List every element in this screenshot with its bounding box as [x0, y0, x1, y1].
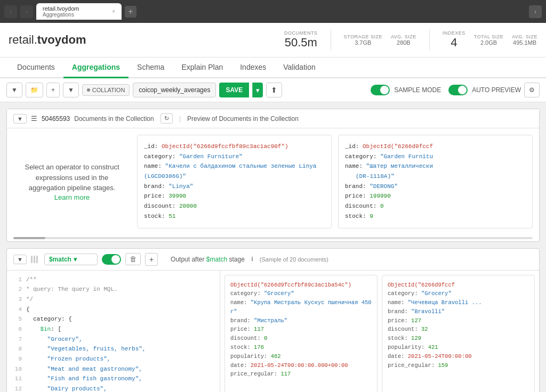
doc1-cat-value: "Garden Furniture" [179, 153, 243, 160]
tab-close-button[interactable]: × [112, 9, 115, 14]
stage-type-selector[interactable]: $match ▾ [44, 254, 98, 265]
doc1-name-value: "Качели с балдахином стальные зеленые Li… [144, 163, 316, 179]
doc2-brand-key: brand: [345, 183, 370, 190]
browser-tab[interactable]: retail.tvoydom Aggregations × [36, 3, 122, 20]
output-text: Output after $match stage [171, 256, 245, 263]
doc2-discount-key: discount: [345, 203, 380, 209]
tab-schema[interactable]: Schema [129, 58, 173, 78]
documents-collapse-button[interactable]: ▼ [13, 114, 27, 124]
line-num-4: 4 [11, 305, 22, 315]
tab-indexes[interactable]: Indexes [231, 58, 275, 78]
export-button[interactable]: ⬆ [266, 83, 282, 97]
doc2-name-value: "Шатер металлически [366, 163, 433, 169]
docs-scrollbar-thumb [13, 237, 45, 239]
mdoc2-id-value: ObjectId("6266d9fccf [388, 282, 455, 288]
tab-documents[interactable]: Documents [9, 58, 63, 78]
code-editor[interactable]: 1/** 2 * query: The query in MQL. 3 */ 4… [7, 271, 220, 393]
learn-more-link[interactable]: Learn more [54, 193, 90, 201]
auto-preview-toggle[interactable] [448, 85, 468, 95]
auto-preview-label: AUTO PREVIEW [472, 86, 521, 94]
tab-aggregations[interactable]: Aggregations [63, 58, 129, 78]
sample-mode-toggle[interactable] [371, 85, 390, 95]
refresh-button[interactable]: ↻ [160, 113, 173, 124]
mdoc2-cat-key: category: [388, 290, 421, 297]
doc-card-2: _id: ObjectId("6266d9fccf category: "Gar… [338, 135, 533, 228]
header-stats: DOCUMENTS 50.5m STORAGE SIZE 3.7GB AVG. … [284, 29, 537, 51]
doc1-price-value: 39990 [168, 193, 186, 199]
mdoc1-popularity-value: 462 [271, 353, 281, 360]
select-operator-text: Select an operator to construct expressi… [24, 162, 120, 193]
stage-link[interactable]: $match [206, 256, 227, 263]
stage-drag-handle[interactable] [31, 256, 38, 263]
match-collapse-button[interactable]: ▼ [13, 255, 27, 264]
docs-scrollbar[interactable] [13, 237, 533, 239]
match-stage-header: ▼ $match ▾ 🗑 + Output after $match stage… [7, 249, 539, 271]
code-line-1: 1/** [11, 275, 215, 285]
doc2-discount-value: 0 [380, 203, 384, 209]
tab-validation[interactable]: Validation [275, 58, 324, 78]
dropdown-button[interactable]: ▼ [63, 83, 79, 97]
folder-button[interactable]: 📁 [26, 83, 43, 97]
stage-enable-toggle[interactable] [102, 254, 121, 265]
doc2-price-value: 199990 [370, 193, 391, 199]
folder-icon: 📁 [30, 86, 38, 94]
browser-forward-button[interactable]: › [20, 5, 33, 18]
save-dropdown-button[interactable]: ▾ [252, 83, 263, 97]
mdoc1-stock-value: 176 [254, 344, 264, 350]
mdoc2-popularity-value: 421 [428, 344, 438, 350]
browser-back-button[interactable]: ‹ [4, 5, 17, 18]
mdoc1-date-value: 2021-05-24T00:00:00.000+00:00 [251, 362, 348, 369]
collation-badge: COLLATION [82, 84, 130, 96]
line-content-2: * query: The query in MQL. [26, 284, 118, 295]
documents-panel-header: ▼ ☰ 50465593 Documents in the Collection… [7, 109, 539, 128]
stat-divider-1 [331, 29, 331, 51]
add-stage-button[interactable]: + [145, 253, 158, 266]
delete-stage-button[interactable]: 🗑 [125, 253, 141, 265]
collapse-button[interactable]: ▼ [6, 83, 22, 97]
mdoc2-brand-value: "Bravolli" [411, 308, 445, 315]
stat-indexes: INDEXES 4 [443, 30, 465, 50]
mdoc2-date-key: date: [388, 353, 408, 360]
doc1-id-key: _id: [144, 143, 162, 150]
doc2-stock-key: stock: [345, 213, 370, 219]
match-stage-body: 1/** 2 * query: The query in MQL. 3 */ 4… [7, 271, 539, 393]
stat-documents-value: 50.5m [284, 36, 318, 50]
stat-documents-label: DOCUMENTS [284, 30, 318, 36]
add-button[interactable]: + [46, 83, 60, 97]
mdoc1-date-key: date: [230, 362, 251, 369]
export-icon: ⬆ [271, 86, 277, 94]
documents-count: 50465593 [42, 115, 70, 123]
mdoc1-price-key: price: [230, 326, 254, 332]
stat-avg-value: 280B [391, 39, 416, 46]
mdoc1-name-value: "Крупа Мистраль Кускус пшеничная 450 г" [230, 299, 372, 315]
new-tab-button[interactable]: + [125, 6, 136, 18]
code-line-12: 12 "Dairy products", [11, 384, 215, 392]
logo-brand: tvoydom [37, 33, 86, 46]
toolbar: ▼ 📁 + ▼ COLLATION coicop_weekly_averages… [0, 78, 546, 102]
mdoc2-discount-value: 32 [421, 326, 428, 332]
code-line-10: 10 "Meat and meat gastronomy", [11, 364, 215, 374]
stat-storage-group: STORAGE SIZE 3.7GB AVG. SIZE 280B [344, 34, 416, 46]
stat-total-size: TOTAL SIZE 2.0GB [474, 34, 503, 46]
line-num-8: 8 [11, 344, 22, 354]
mdoc1-brand-value: "Мистраль" [254, 317, 287, 324]
settings-button[interactable]: ⚙ [524, 83, 540, 97]
docs-preview: _id: ObjectId("6266d9fccfbf89c3ac1ac90f"… [137, 135, 533, 228]
doc1-stock-key: stock: [144, 213, 168, 219]
mdoc1-cat-value: "Grocery" [264, 290, 294, 297]
query-name-display: coicop_weekly_averages [133, 83, 216, 97]
code-line-11: 11 "Fish and fish gastronomy", [11, 374, 215, 384]
collation-bullet [87, 88, 90, 92]
mdoc1-brand-key: brand: [230, 317, 254, 324]
mdoc2-preg-key: price_regular: [388, 362, 438, 369]
tab-explain-plan[interactable]: Explain Plan [173, 58, 231, 78]
sample-info-icon: ℹ [251, 256, 253, 263]
line-content-9: "Frozen products", [26, 354, 110, 364]
mdoc2-cat-value: "Grocery" [421, 290, 452, 297]
browser-menu-button[interactable]: › [529, 5, 542, 18]
preview-label-separator: | [179, 115, 181, 123]
stat-avg-size-2: AVG. SIZE 495.1MB [512, 34, 537, 46]
mdoc2-stock-key: stock: [388, 335, 411, 341]
save-button[interactable]: SAVE [219, 83, 249, 97]
logo-retail: retail. [9, 33, 37, 46]
